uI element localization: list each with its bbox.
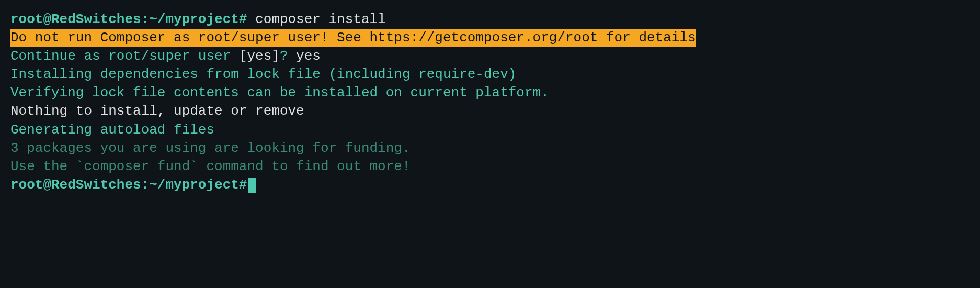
result-text: Nothing to install, update or remove bbox=[10, 103, 304, 119]
terminal-line-6: Nothing to install, update or remove bbox=[10, 102, 970, 120]
terminal-line-3: Continue as root/super user [yes]? yes bbox=[10, 47, 970, 65]
terminal-line-5: Verifying lock file contents can be inst… bbox=[10, 84, 970, 102]
prompt-path: :~/myproject# bbox=[141, 12, 247, 27]
command-text: composer install bbox=[247, 12, 385, 27]
terminal-line-8: 3 packages you are using are looking for… bbox=[10, 139, 970, 158]
terminal-line-2: Do not run Composer as root/super user! … bbox=[10, 29, 970, 47]
terminal-line-4: Installing dependencies from lock file (… bbox=[10, 65, 970, 84]
prompt-user: root@RedSwitches bbox=[10, 177, 141, 193]
terminal-window[interactable]: root@RedSwitches:~/myproject# composer i… bbox=[10, 10, 970, 194]
warning-message: Do not run Composer as root/super user! … bbox=[10, 29, 696, 47]
question-text: Continue as root/super user bbox=[10, 48, 239, 64]
terminal-line-7: Generating autoload files bbox=[10, 121, 970, 139]
prompt-user: root@RedSwitches bbox=[10, 12, 141, 27]
terminal-line-1: root@RedSwitches:~/myproject# composer i… bbox=[10, 10, 970, 29]
terminal-line-10[interactable]: root@RedSwitches:~/myproject# bbox=[10, 176, 970, 194]
terminal-cursor bbox=[248, 178, 256, 193]
answer-text: yes bbox=[288, 48, 321, 64]
prompt-path: :~/myproject# bbox=[141, 177, 247, 193]
question-mark: ? bbox=[280, 48, 288, 64]
bracket-default: [yes] bbox=[239, 48, 280, 64]
terminal-line-9: Use the `composer fund` command to find … bbox=[10, 158, 970, 176]
